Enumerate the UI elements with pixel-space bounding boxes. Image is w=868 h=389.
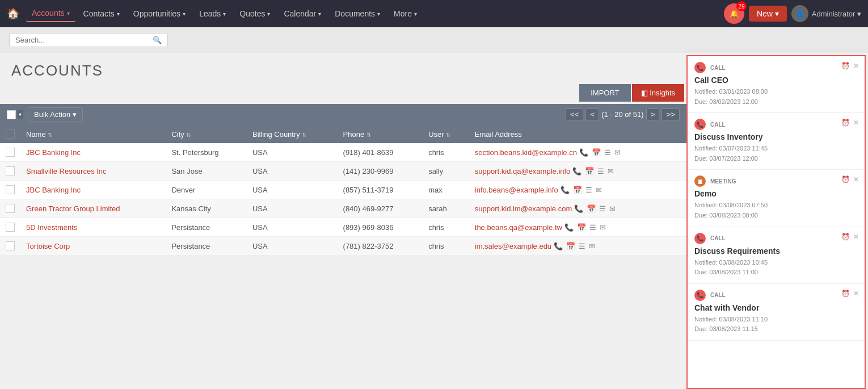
tasks-icon[interactable]: ☰: [597, 167, 604, 175]
notif-title[interactable]: Discuss Inventory: [694, 132, 858, 141]
notif-snooze-icon[interactable]: ⏰: [841, 175, 850, 183]
email-icon[interactable]: ✉: [589, 242, 595, 250]
account-email: section.beans.kid@example.cn: [475, 148, 577, 157]
call-icon[interactable]: 📞: [554, 242, 563, 250]
email-icon[interactable]: ✉: [614, 148, 621, 157]
header-checkbox[interactable]: [6, 129, 15, 139]
col-phone[interactable]: Phone ⇅: [338, 125, 423, 143]
checkbox-dropdown-arrow[interactable]: ▾: [17, 110, 23, 119]
notif-title[interactable]: Call CEO: [694, 76, 858, 85]
account-country: USA: [247, 218, 338, 237]
row-checkbox-2[interactable]: [6, 185, 15, 194]
col-city[interactable]: City ⇅: [166, 125, 247, 143]
col-billing-country[interactable]: Billing Country ⇅: [247, 125, 338, 143]
notif-title[interactable]: Chat with Vendor: [694, 303, 858, 312]
notif-title[interactable]: Discuss Requirements: [694, 246, 858, 256]
table-row: JBC Banking Inc St. Petersburg USA (918)…: [0, 143, 686, 162]
notif-action-buttons: ⏰ ✕: [841, 175, 859, 183]
nav-documents[interactable]: Documents ▾: [329, 6, 386, 22]
notif-close-icon[interactable]: ✕: [853, 233, 859, 241]
row-checkbox-0[interactable]: [6, 148, 15, 157]
nav-opportunities[interactable]: Opportunities ▾: [128, 6, 191, 22]
accounts-arrow-icon: ▾: [67, 10, 70, 16]
notif-snooze-icon[interactable]: ⏰: [841, 290, 850, 298]
calendar-icon[interactable]: 📅: [577, 223, 586, 232]
account-name-link[interactable]: 5D Investments: [26, 223, 77, 232]
search-area: 🔍: [0, 27, 868, 53]
leads-arrow-icon: ▾: [223, 11, 226, 17]
calendar-icon[interactable]: 📅: [585, 167, 594, 175]
notif-action-buttons: ⏰ ✕: [841, 290, 859, 298]
notif-snooze-icon[interactable]: ⏰: [841, 62, 850, 70]
tasks-icon[interactable]: ☰: [579, 242, 585, 250]
call-icon[interactable]: 📞: [574, 204, 583, 213]
notif-close-icon[interactable]: ✕: [853, 175, 859, 183]
col-user[interactable]: User ⇅: [423, 125, 469, 143]
nav-more[interactable]: More ▾: [388, 6, 423, 22]
calendar-icon[interactable]: 📅: [566, 242, 575, 250]
pagination-last-button[interactable]: >>: [661, 108, 680, 120]
select-all-checkbox[interactable]: [7, 110, 16, 119]
account-phone: (840) 469-9277: [338, 199, 423, 218]
email-icon[interactable]: ✉: [608, 167, 614, 175]
admin-menu[interactable]: 👤 Administrator ▾: [791, 5, 861, 22]
notif-snooze-icon[interactable]: ⏰: [841, 233, 850, 241]
pagination-info: (1 - 20 of 51): [601, 110, 643, 119]
account-name-link[interactable]: Tortoise Corp: [26, 242, 70, 250]
home-icon[interactable]: 🏠: [7, 7, 19, 20]
account-email: the.beans.qa@example.tw: [475, 223, 562, 232]
new-button[interactable]: New ▾: [749, 6, 787, 22]
table-row: Green Tractor Group Limited Kansas City …: [0, 199, 686, 218]
nav-leads[interactable]: Leads ▾: [193, 6, 231, 22]
notif-close-icon[interactable]: ✕: [853, 119, 859, 127]
account-city: San Jose: [166, 162, 247, 181]
import-button[interactable]: IMPORT: [579, 84, 630, 102]
account-name-link[interactable]: Smallville Resources Inc: [26, 167, 107, 175]
tasks-icon[interactable]: ☰: [599, 204, 606, 213]
search-input[interactable]: [15, 36, 153, 44]
call-icon[interactable]: 📞: [564, 223, 574, 232]
email-icon[interactable]: ✉: [596, 186, 602, 194]
tasks-icon[interactable]: ☰: [585, 186, 592, 194]
notif-meta: Notified: 03/08/2023 10:45Due: 03/08/202…: [694, 258, 858, 278]
insights-button[interactable]: ◧ Insights: [632, 84, 684, 102]
account-name-link[interactable]: JBC Banking Inc: [26, 148, 81, 157]
account-name-link[interactable]: Green Tractor Group Limited: [26, 204, 120, 213]
notif-close-icon[interactable]: ✕: [853, 62, 859, 70]
tasks-icon[interactable]: ☰: [589, 223, 596, 232]
notif-type-icon: 📞: [694, 62, 706, 73]
notif-type-label: CALL: [710, 292, 726, 298]
nav-accounts[interactable]: Accounts ▾: [26, 5, 75, 22]
row-checkbox-4[interactable]: [6, 223, 15, 232]
bulk-action-button[interactable]: Bulk Action ▾: [28, 107, 83, 122]
call-icon[interactable]: 📞: [561, 186, 570, 194]
email-icon[interactable]: ✉: [609, 204, 616, 213]
notif-close-icon[interactable]: ✕: [853, 290, 859, 298]
account-city: St. Petersburg: [166, 143, 247, 162]
calendar-icon[interactable]: 📅: [592, 148, 601, 157]
nav-contacts[interactable]: Contacts ▾: [78, 6, 125, 22]
account-email: im.sales@example.edu: [475, 242, 551, 250]
calendar-icon[interactable]: 📅: [573, 186, 582, 194]
notifications-bell-button[interactable]: 🔔 29: [724, 3, 744, 24]
calendar-icon[interactable]: 📅: [587, 204, 596, 213]
col-email: Email Address: [469, 125, 686, 143]
account-email-cell: section.beans.kid@example.cn 📞 📅 ☰ ✉: [469, 143, 686, 162]
nav-quotes[interactable]: Quotes ▾: [234, 6, 276, 22]
row-checkbox-5[interactable]: [6, 241, 15, 250]
notif-snooze-icon[interactable]: ⏰: [841, 119, 850, 127]
pagination-first-button[interactable]: <<: [566, 108, 584, 120]
account-phone: (781) 822-3752: [338, 237, 423, 256]
col-name[interactable]: Name ⇅: [20, 125, 166, 143]
email-icon[interactable]: ✉: [600, 223, 606, 232]
notif-title[interactable]: Demo: [694, 189, 858, 198]
account-name-link[interactable]: JBC Banking Inc: [26, 186, 81, 194]
nav-calendar[interactable]: Calendar ▾: [278, 6, 327, 22]
tasks-icon[interactable]: ☰: [604, 148, 611, 157]
row-checkbox-3[interactable]: [6, 204, 15, 213]
call-icon[interactable]: 📞: [579, 148, 588, 157]
call-icon[interactable]: 📞: [572, 167, 582, 175]
row-checkbox-1[interactable]: [6, 166, 15, 175]
pagination-prev-button[interactable]: <: [585, 108, 599, 120]
pagination-next-button[interactable]: >: [646, 108, 660, 120]
